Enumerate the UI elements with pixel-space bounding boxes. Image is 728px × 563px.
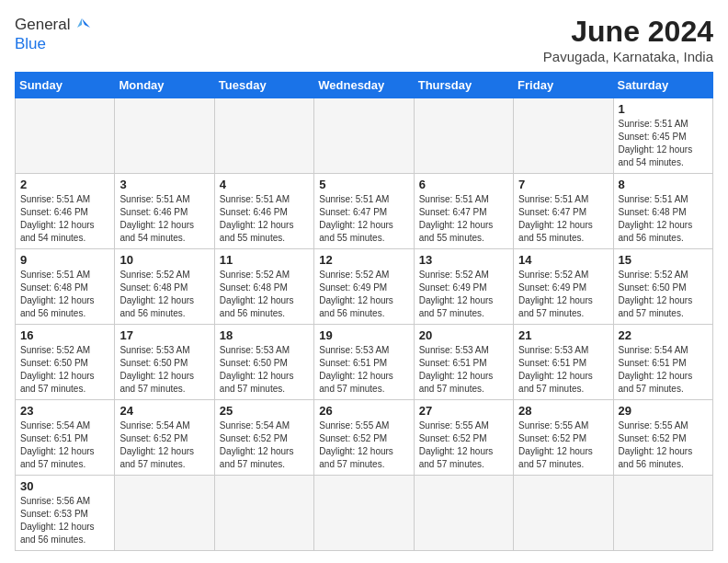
calendar-cell: 11Sunrise: 5:52 AM Sunset: 6:48 PM Dayli… (214, 249, 313, 325)
calendar-cell: 26Sunrise: 5:55 AM Sunset: 6:52 PM Dayli… (314, 400, 414, 476)
calendar-cell (414, 98, 513, 174)
logo-bird-icon (72, 15, 92, 35)
calendar-cell: 4Sunrise: 5:51 AM Sunset: 6:46 PM Daylig… (214, 174, 313, 249)
calendar-cell: 19Sunrise: 5:53 AM Sunset: 6:51 PM Dayli… (314, 325, 414, 400)
calendar-cell: 10Sunrise: 5:52 AM Sunset: 6:48 PM Dayli… (115, 249, 214, 325)
weekday-header-wednesday: Wednesday (314, 73, 414, 98)
calendar-week-row: 2Sunrise: 5:51 AM Sunset: 6:46 PM Daylig… (16, 174, 713, 249)
day-number: 2 (20, 178, 109, 191)
calendar-cell (115, 476, 214, 551)
calendar-cell: 20Sunrise: 5:53 AM Sunset: 6:51 PM Dayli… (414, 325, 513, 400)
day-content: Sunrise: 5:55 AM Sunset: 6:52 PM Dayligh… (419, 419, 508, 471)
calendar-cell: 15Sunrise: 5:52 AM Sunset: 6:50 PM Dayli… (613, 249, 712, 325)
day-content: Sunrise: 5:53 AM Sunset: 6:50 PM Dayligh… (119, 344, 209, 396)
day-content: Sunrise: 5:52 AM Sunset: 6:49 PM Dayligh… (419, 269, 508, 320)
day-number: 26 (319, 404, 408, 418)
calendar-cell: 3Sunrise: 5:51 AM Sunset: 6:46 PM Daylig… (115, 174, 214, 249)
day-content: Sunrise: 5:54 AM Sunset: 6:51 PM Dayligh… (20, 419, 109, 471)
weekday-header-monday: Monday (115, 73, 214, 98)
day-number: 13 (419, 253, 508, 267)
calendar-cell: 1Sunrise: 5:51 AM Sunset: 6:45 PM Daylig… (613, 98, 712, 174)
logo-blue-text: Blue (15, 35, 46, 53)
calendar-cell: 21Sunrise: 5:53 AM Sunset: 6:51 PM Dayli… (514, 325, 613, 400)
day-number: 12 (319, 253, 408, 267)
day-number: 7 (518, 178, 608, 191)
calendar-cell (16, 98, 115, 174)
day-content: Sunrise: 5:52 AM Sunset: 6:48 PM Dayligh… (119, 269, 209, 320)
day-number: 5 (319, 178, 408, 191)
calendar-header: SundayMondayTuesdayWednesdayThursdayFrid… (16, 73, 713, 98)
day-content: Sunrise: 5:51 AM Sunset: 6:47 PM Dayligh… (518, 193, 608, 245)
calendar-cell: 16Sunrise: 5:52 AM Sunset: 6:50 PM Dayli… (16, 325, 115, 400)
svg-marker-0 (82, 18, 90, 28)
day-number: 25 (220, 404, 309, 418)
day-number: 18 (220, 328, 309, 342)
day-number: 27 (419, 404, 508, 418)
day-number: 24 (119, 404, 209, 418)
calendar-cell: 5Sunrise: 5:51 AM Sunset: 6:47 PM Daylig… (314, 174, 414, 249)
day-content: Sunrise: 5:51 AM Sunset: 6:45 PM Dayligh… (619, 118, 708, 169)
day-number: 20 (419, 328, 508, 342)
day-number: 16 (20, 328, 109, 342)
day-content: Sunrise: 5:53 AM Sunset: 6:50 PM Dayligh… (220, 344, 309, 396)
calendar-cell (314, 98, 414, 174)
calendar-cell: 23Sunrise: 5:54 AM Sunset: 6:51 PM Dayli… (16, 400, 115, 476)
day-content: Sunrise: 5:56 AM Sunset: 6:53 PM Dayligh… (20, 495, 109, 546)
weekday-header-sunday: Sunday (16, 73, 115, 98)
weekday-header-thursday: Thursday (414, 73, 513, 98)
day-content: Sunrise: 5:51 AM Sunset: 6:46 PM Dayligh… (20, 193, 109, 245)
day-content: Sunrise: 5:52 AM Sunset: 6:49 PM Dayligh… (319, 269, 408, 320)
day-number: 28 (518, 404, 608, 418)
calendar-week-row: 16Sunrise: 5:52 AM Sunset: 6:50 PM Dayli… (16, 325, 713, 400)
weekday-header-row: SundayMondayTuesdayWednesdayThursdayFrid… (16, 73, 713, 98)
day-number: 23 (20, 404, 109, 418)
calendar-cell (613, 476, 712, 551)
svg-marker-1 (77, 18, 82, 28)
day-number: 10 (119, 253, 209, 267)
calendar-body: 1Sunrise: 5:51 AM Sunset: 6:45 PM Daylig… (16, 98, 713, 551)
calendar-cell (514, 98, 613, 174)
calendar-cell: 2Sunrise: 5:51 AM Sunset: 6:46 PM Daylig… (16, 174, 115, 249)
calendar-cell: 28Sunrise: 5:55 AM Sunset: 6:52 PM Dayli… (514, 400, 613, 476)
calendar-cell: 13Sunrise: 5:52 AM Sunset: 6:49 PM Dayli… (414, 249, 513, 325)
day-number: 21 (518, 328, 608, 342)
calendar-week-row: 1Sunrise: 5:51 AM Sunset: 6:45 PM Daylig… (16, 98, 713, 174)
calendar-table: SundayMondayTuesdayWednesdayThursdayFrid… (15, 72, 713, 551)
day-content: Sunrise: 5:53 AM Sunset: 6:51 PM Dayligh… (319, 344, 408, 396)
calendar-week-row: 30Sunrise: 5:56 AM Sunset: 6:53 PM Dayli… (16, 476, 713, 551)
calendar-cell: 18Sunrise: 5:53 AM Sunset: 6:50 PM Dayli… (214, 325, 313, 400)
calendar-cell: 14Sunrise: 5:52 AM Sunset: 6:49 PM Dayli… (514, 249, 613, 325)
logo: General Blue (15, 15, 92, 53)
calendar-cell: 29Sunrise: 5:55 AM Sunset: 6:52 PM Dayli… (613, 400, 712, 476)
day-content: Sunrise: 5:53 AM Sunset: 6:51 PM Dayligh… (518, 344, 608, 396)
month-title: June 2024 (543, 15, 713, 49)
calendar-cell: 27Sunrise: 5:55 AM Sunset: 6:52 PM Dayli… (414, 400, 513, 476)
calendar-cell: 17Sunrise: 5:53 AM Sunset: 6:50 PM Dayli… (115, 325, 214, 400)
day-number: 11 (220, 253, 309, 267)
day-number: 9 (20, 253, 109, 267)
calendar-cell: 9Sunrise: 5:51 AM Sunset: 6:48 PM Daylig… (16, 249, 115, 325)
calendar-cell (214, 476, 313, 551)
calendar-cell (314, 476, 414, 551)
weekday-header-tuesday: Tuesday (214, 73, 313, 98)
calendar-cell: 24Sunrise: 5:54 AM Sunset: 6:52 PM Dayli… (115, 400, 214, 476)
day-number: 19 (319, 328, 408, 342)
day-number: 4 (220, 178, 309, 191)
calendar-cell (214, 98, 313, 174)
day-content: Sunrise: 5:51 AM Sunset: 6:47 PM Dayligh… (419, 193, 508, 245)
calendar-cell: 25Sunrise: 5:54 AM Sunset: 6:52 PM Dayli… (214, 400, 313, 476)
day-content: Sunrise: 5:54 AM Sunset: 6:51 PM Dayligh… (619, 344, 708, 396)
day-content: Sunrise: 5:55 AM Sunset: 6:52 PM Dayligh… (518, 419, 608, 471)
calendar-cell: 7Sunrise: 5:51 AM Sunset: 6:47 PM Daylig… (514, 174, 613, 249)
weekday-header-saturday: Saturday (613, 73, 712, 98)
location-subtitle: Pavugada, Karnataka, India (543, 49, 713, 64)
day-number: 17 (119, 328, 209, 342)
day-number: 6 (419, 178, 508, 191)
calendar-cell (414, 476, 513, 551)
day-number: 8 (619, 178, 708, 191)
day-number: 3 (119, 178, 209, 191)
day-content: Sunrise: 5:51 AM Sunset: 6:46 PM Dayligh… (119, 193, 209, 245)
calendar-cell: 8Sunrise: 5:51 AM Sunset: 6:48 PM Daylig… (613, 174, 712, 249)
day-number: 30 (20, 479, 109, 493)
day-content: Sunrise: 5:52 AM Sunset: 6:50 PM Dayligh… (20, 344, 109, 396)
